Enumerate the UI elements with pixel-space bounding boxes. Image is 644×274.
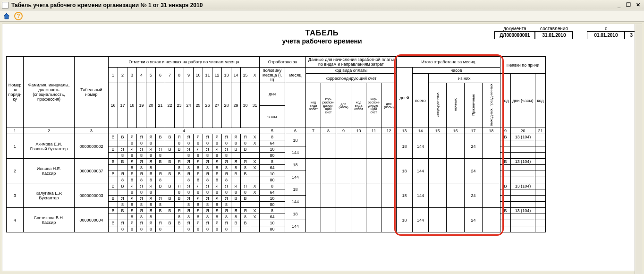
- close-button[interactable]: ✕: [634, 1, 642, 9]
- table-row: 2Ильина Н.Е.Кассир0000000037ВВЯЯЯВВЯЯЯЯЯ…: [7, 159, 546, 165]
- hdr-doc-label: документа: [494, 26, 535, 31]
- vertical-scrollbar[interactable]: [635, 24, 642, 273]
- document-area[interactable]: ТАБЕЛЬ учета рабочего времени документа …: [2, 24, 642, 271]
- hdr-period-from: 01.01.2010: [587, 31, 625, 39]
- help-button[interactable]: ?: [14, 12, 23, 20]
- table-row: 1Акимова Е.И.Главный бухгалтер0000000002…: [7, 134, 546, 140]
- toolbar: ?: [0, 10, 644, 22]
- window-title: Табель учета рабочего времени организаци…: [11, 2, 203, 9]
- minimize-button[interactable]: _: [615, 1, 623, 9]
- document-icon: [2, 2, 8, 9]
- hdr-doc-value: ДЛ000000001: [494, 31, 535, 39]
- hdr-comp-label: составления: [535, 26, 573, 31]
- hdr-comp-value: 31.01.2010: [535, 31, 573, 39]
- table-row: 4Светикова В.Н.Кассир0000000004ВВЯЯЯВВЯЯ…: [7, 208, 546, 214]
- table-row: 3Калугина Е.Р.Бухгалтер0000000003ВВЯЯЯВВ…: [7, 183, 546, 189]
- maximize-button[interactable]: ❐: [624, 1, 633, 9]
- home-button[interactable]: [2, 11, 11, 21]
- hdr-period-label: с: [587, 26, 625, 31]
- timesheet-table: Номер по поряд-куФамилия, инициалы, долж…: [6, 56, 546, 232]
- window-titlebar: Табель учета рабочего времени организаци…: [0, 0, 644, 10]
- document-header: ТАБЕЛЬ учета рабочего времени документа …: [6, 26, 638, 54]
